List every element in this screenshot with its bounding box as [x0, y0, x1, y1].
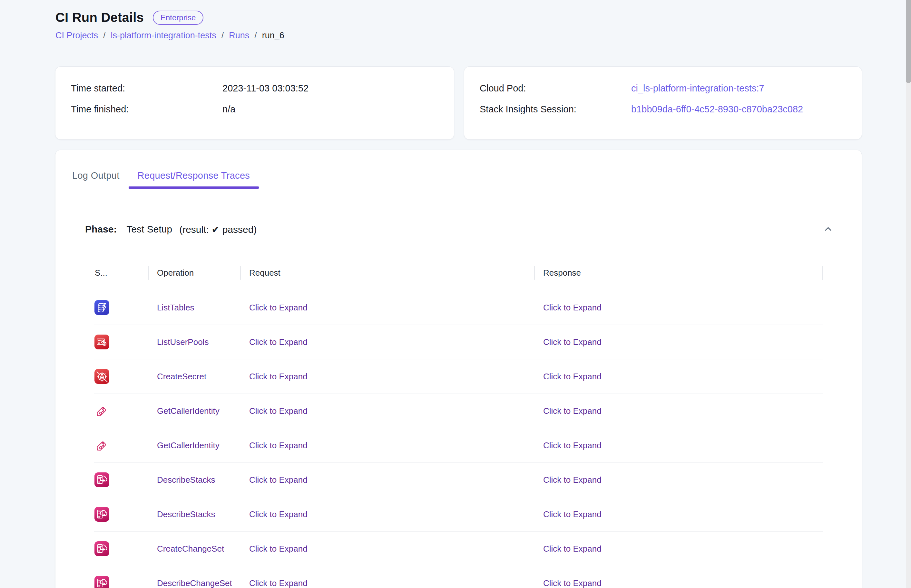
cloudformation-icon: [94, 576, 109, 588]
sts-icon: [94, 438, 109, 453]
table-row: ListTables Click to Expand Click to Expa…: [94, 291, 823, 325]
table-row: CreateSecret Click to Expand Click to Ex…: [94, 359, 823, 394]
run-times-card: Time started:2023-11-03 03:03:52Time fin…: [55, 67, 454, 139]
table-row: DescribeStacks Click to Expand Click to …: [94, 497, 823, 531]
phase-label: Phase:: [85, 224, 117, 235]
operation-label: GetCallerIdentity: [149, 406, 241, 416]
info-label: Cloud Pod:: [480, 83, 631, 94]
response-expand-link[interactable]: Click to Expand: [543, 578, 601, 588]
phase-result: (result: ✔ passed): [179, 224, 257, 235]
response-expand-link[interactable]: Click to Expand: [543, 303, 601, 312]
info-value-link[interactable]: ci_ls-platform-integration-tests:7: [631, 83, 846, 94]
table-row: ListUserPools Click to Expand Click to E…: [94, 325, 823, 359]
tab-log-output[interactable]: Log Output: [63, 162, 129, 189]
operation-label: CreateSecret: [149, 372, 241, 381]
response-expand-link[interactable]: Click to Expand: [543, 337, 601, 347]
breadcrumb-separator: /: [103, 31, 106, 40]
service-icon-cell: [94, 541, 149, 556]
scrollbar-track[interactable]: [906, 0, 911, 588]
run-links-card: Cloud Pod:ci_ls-platform-integration-tes…: [464, 67, 862, 139]
table-row: GetCallerIdentity Click to Expand Click …: [94, 428, 823, 463]
breadcrumb-item[interactable]: CI Projects: [55, 31, 98, 40]
table-row: GetCallerIdentity Click to Expand Click …: [94, 394, 823, 428]
run-links-card-body: Cloud Pod:ci_ls-platform-integration-tes…: [464, 67, 862, 115]
request-expand-link[interactable]: Click to Expand: [249, 544, 308, 554]
request-expand-link[interactable]: Click to Expand: [249, 372, 308, 381]
info-label: Time finished:: [71, 104, 222, 115]
tabs: Log OutputRequest/Response Traces: [63, 162, 854, 189]
chevron-up-icon: [823, 223, 834, 236]
trace-table-body: ListTables Click to Expand Click to Expa…: [94, 291, 823, 588]
service-icon-cell: [94, 472, 149, 487]
service-icon-cell: [94, 576, 149, 588]
cognito-icon: [94, 334, 109, 349]
service-icon-cell: [94, 300, 149, 315]
sts-icon: [94, 404, 109, 418]
request-expand-link[interactable]: Click to Expand: [249, 509, 308, 519]
column-header: Operation: [149, 262, 241, 284]
breadcrumb-separator: /: [254, 31, 257, 40]
page-header: CI Run Details Enterprise CI Projects/ls…: [0, 0, 906, 55]
operation-label: CreateChangeSet: [149, 544, 241, 554]
response-expand-link[interactable]: Click to Expand: [543, 372, 601, 381]
column-header: Request: [241, 262, 535, 284]
operation-label: DescribeStacks: [149, 509, 241, 519]
table-row: DescribeChangeSet Click to Expand Click …: [94, 566, 823, 588]
phase-name: Test Setup: [126, 224, 172, 235]
enterprise-badge: Enterprise: [153, 11, 203, 25]
response-expand-link[interactable]: Click to Expand: [543, 509, 601, 519]
cloudformation-icon: [94, 472, 109, 487]
request-expand-link[interactable]: Click to Expand: [249, 303, 308, 312]
operation-label: ListUserPools: [149, 337, 241, 347]
service-icon-cell: [94, 507, 149, 522]
cloudformation-icon: [94, 541, 109, 556]
operation-label: GetCallerIdentity: [149, 441, 241, 451]
breadcrumb-separator: /: [222, 31, 224, 40]
service-icon-cell: [94, 404, 149, 418]
phase-header[interactable]: Phase: Test Setup (result: ✔ passed): [85, 220, 836, 239]
response-expand-link[interactable]: Click to Expand: [543, 475, 601, 485]
table-row: DescribeStacks Click to Expand Click to …: [94, 463, 823, 497]
request-expand-link[interactable]: Click to Expand: [249, 475, 308, 485]
request-expand-link[interactable]: Click to Expand: [249, 441, 308, 450]
breadcrumb: CI Projects/ls-platform-integration-test…: [55, 31, 284, 40]
table-row: CreateChangeSet Click to Expand Click to…: [94, 531, 823, 566]
info-label: Stack Insights Session:: [480, 104, 631, 115]
info-value: 2023-11-03 03:03:52: [222, 83, 438, 94]
response-expand-link[interactable]: Click to Expand: [543, 544, 601, 554]
cloudformation-icon: [94, 507, 109, 522]
operation-label: ListTables: [149, 303, 241, 313]
response-expand-link[interactable]: Click to Expand: [543, 441, 601, 450]
run-times-card-body: Time started:2023-11-03 03:03:52Time fin…: [55, 67, 454, 115]
request-expand-link[interactable]: Click to Expand: [249, 578, 308, 588]
column-header: Response: [535, 262, 823, 284]
trace-table-header: S...OperationRequestResponse: [94, 262, 823, 284]
tab-request-response-traces[interactable]: Request/Response Traces: [129, 162, 259, 189]
service-icon-cell: [94, 438, 149, 453]
breadcrumb-item: run_6: [262, 31, 284, 40]
info-value: n/a: [222, 104, 438, 115]
request-expand-link[interactable]: Click to Expand: [249, 337, 308, 347]
operation-label: DescribeChangeSet: [149, 578, 241, 588]
response-expand-link[interactable]: Click to Expand: [543, 406, 601, 416]
column-header: S...: [94, 262, 149, 284]
secretsmanager-icon: [94, 369, 109, 384]
request-expand-link[interactable]: Click to Expand: [249, 406, 308, 416]
page-title: CI Run Details: [55, 10, 144, 25]
service-icon-cell: [94, 369, 149, 384]
dynamodb-icon: [94, 300, 109, 315]
service-icon-cell: [94, 334, 149, 349]
scrollbar-thumb[interactable]: [906, 0, 911, 83]
collapse-phase-button[interactable]: [820, 221, 836, 237]
operation-label: DescribeStacks: [149, 475, 241, 485]
info-value-link[interactable]: b1bb09da-6ff0-4c52-8930-c870ba23c082: [631, 104, 846, 115]
breadcrumb-item[interactable]: Runs: [229, 31, 249, 40]
traces-card: Log OutputRequest/Response Traces Phase:…: [55, 150, 862, 588]
breadcrumb-item[interactable]: ls-platform-integration-tests: [111, 31, 216, 40]
info-label: Time started:: [71, 83, 222, 94]
